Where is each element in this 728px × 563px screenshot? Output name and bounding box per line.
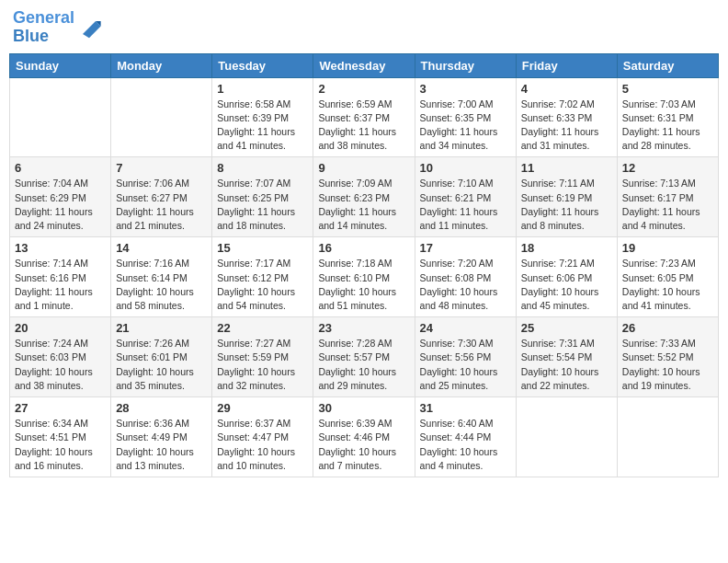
calendar-week-row: 27Sunrise: 6:34 AM Sunset: 4:51 PM Dayli… — [10, 397, 719, 477]
day-number: 30 — [318, 401, 409, 415]
day-info: Sunrise: 7:26 AM Sunset: 6:01 PM Dayligh… — [116, 337, 207, 393]
day-info: Sunrise: 7:21 AM Sunset: 6:06 PM Dayligh… — [521, 257, 612, 313]
calendar-cell: 13Sunrise: 7:14 AM Sunset: 6:16 PM Dayli… — [10, 237, 111, 317]
day-number: 19 — [622, 241, 713, 255]
day-number: 26 — [622, 321, 713, 335]
day-info: Sunrise: 7:28 AM Sunset: 5:57 PM Dayligh… — [318, 337, 409, 393]
calendar-week-row: 20Sunrise: 7:24 AM Sunset: 6:03 PM Dayli… — [10, 317, 719, 397]
day-header-monday: Monday — [111, 53, 212, 77]
calendar-cell: 8Sunrise: 7:07 AM Sunset: 6:25 PM Daylig… — [212, 157, 313, 237]
day-info: Sunrise: 7:14 AM Sunset: 6:16 PM Dayligh… — [15, 257, 106, 313]
calendar-cell: 27Sunrise: 6:34 AM Sunset: 4:51 PM Dayli… — [10, 397, 111, 477]
calendar-cell: 15Sunrise: 7:17 AM Sunset: 6:12 PM Dayli… — [212, 237, 313, 317]
calendar-table: SundayMondayTuesdayWednesdayThursdayFrid… — [9, 53, 719, 477]
day-number: 10 — [420, 161, 511, 175]
calendar-cell: 7Sunrise: 7:06 AM Sunset: 6:27 PM Daylig… — [111, 157, 212, 237]
day-header-friday: Friday — [516, 53, 617, 77]
day-number: 5 — [622, 82, 713, 96]
day-number: 12 — [622, 161, 713, 175]
day-info: Sunrise: 7:09 AM Sunset: 6:23 PM Dayligh… — [318, 177, 409, 233]
day-info: Sunrise: 7:23 AM Sunset: 6:05 PM Dayligh… — [622, 257, 713, 313]
day-number: 11 — [521, 161, 612, 175]
calendar-cell: 10Sunrise: 7:10 AM Sunset: 6:21 PM Dayli… — [415, 157, 516, 237]
day-number: 6 — [15, 161, 106, 175]
day-info: Sunrise: 7:03 AM Sunset: 6:31 PM Dayligh… — [622, 98, 713, 154]
day-info: Sunrise: 6:36 AM Sunset: 4:49 PM Dayligh… — [116, 417, 207, 473]
calendar-cell: 18Sunrise: 7:21 AM Sunset: 6:06 PM Dayli… — [516, 237, 617, 317]
calendar-cell: 11Sunrise: 7:11 AM Sunset: 6:19 PM Dayli… — [516, 157, 617, 237]
calendar-week-row: 6Sunrise: 7:04 AM Sunset: 6:29 PM Daylig… — [10, 157, 719, 237]
calendar-cell: 1Sunrise: 6:58 AM Sunset: 6:39 PM Daylig… — [212, 77, 313, 157]
day-number: 8 — [217, 161, 308, 175]
day-header-wednesday: Wednesday — [313, 53, 415, 77]
day-info: Sunrise: 7:30 AM Sunset: 5:56 PM Dayligh… — [420, 337, 511, 393]
day-header-thursday: Thursday — [415, 53, 516, 77]
day-info: Sunrise: 7:31 AM Sunset: 5:54 PM Dayligh… — [521, 337, 612, 393]
calendar-cell: 21Sunrise: 7:26 AM Sunset: 6:01 PM Dayli… — [111, 317, 212, 397]
calendar-cell: 28Sunrise: 6:36 AM Sunset: 4:49 PM Dayli… — [111, 397, 212, 477]
day-number: 16 — [318, 241, 409, 255]
day-info: Sunrise: 6:34 AM Sunset: 4:51 PM Dayligh… — [15, 417, 106, 473]
day-number: 14 — [116, 241, 207, 255]
day-header-sunday: Sunday — [10, 53, 111, 77]
day-info: Sunrise: 7:27 AM Sunset: 5:59 PM Dayligh… — [217, 337, 308, 393]
day-number: 31 — [420, 401, 511, 415]
day-info: Sunrise: 7:04 AM Sunset: 6:29 PM Dayligh… — [15, 177, 106, 233]
calendar-cell: 5Sunrise: 7:03 AM Sunset: 6:31 PM Daylig… — [617, 77, 718, 157]
logo-icon — [76, 15, 102, 40]
calendar-cell: 22Sunrise: 7:27 AM Sunset: 5:59 PM Dayli… — [212, 317, 313, 397]
calendar-cell: 14Sunrise: 7:16 AM Sunset: 6:14 PM Dayli… — [111, 237, 212, 317]
day-header-tuesday: Tuesday — [212, 53, 313, 77]
day-number: 29 — [217, 401, 308, 415]
day-info: Sunrise: 7:17 AM Sunset: 6:12 PM Dayligh… — [217, 257, 308, 313]
day-info: Sunrise: 7:06 AM Sunset: 6:27 PM Dayligh… — [116, 177, 207, 233]
calendar-cell: 9Sunrise: 7:09 AM Sunset: 6:23 PM Daylig… — [313, 157, 415, 237]
calendar-cell — [516, 397, 617, 477]
calendar-cell: 20Sunrise: 7:24 AM Sunset: 6:03 PM Dayli… — [10, 317, 111, 397]
svg-marker-0 — [83, 21, 101, 38]
calendar-header-row: SundayMondayTuesdayWednesdayThursdayFrid… — [10, 53, 719, 77]
day-number: 2 — [318, 82, 409, 96]
calendar-cell — [617, 397, 718, 477]
calendar-cell: 19Sunrise: 7:23 AM Sunset: 6:05 PM Dayli… — [617, 237, 718, 317]
day-info: Sunrise: 7:33 AM Sunset: 5:52 PM Dayligh… — [622, 337, 713, 393]
logo: General Blue — [13, 9, 102, 46]
day-info: Sunrise: 7:20 AM Sunset: 6:08 PM Dayligh… — [420, 257, 511, 313]
calendar-cell: 6Sunrise: 7:04 AM Sunset: 6:29 PM Daylig… — [10, 157, 111, 237]
day-number: 9 — [318, 161, 409, 175]
day-info: Sunrise: 7:10 AM Sunset: 6:21 PM Dayligh… — [420, 177, 511, 233]
day-info: Sunrise: 6:59 AM Sunset: 6:37 PM Dayligh… — [318, 98, 409, 154]
day-number: 7 — [116, 161, 207, 175]
calendar-week-row: 13Sunrise: 7:14 AM Sunset: 6:16 PM Dayli… — [10, 237, 719, 317]
day-number: 22 — [217, 321, 308, 335]
day-number: 4 — [521, 82, 612, 96]
day-info: Sunrise: 7:11 AM Sunset: 6:19 PM Dayligh… — [521, 177, 612, 233]
calendar-cell: 17Sunrise: 7:20 AM Sunset: 6:08 PM Dayli… — [415, 237, 516, 317]
calendar-cell: 31Sunrise: 6:40 AM Sunset: 4:44 PM Dayli… — [415, 397, 516, 477]
calendar-cell: 25Sunrise: 7:31 AM Sunset: 5:54 PM Dayli… — [516, 317, 617, 397]
calendar-cell — [10, 77, 111, 157]
day-info: Sunrise: 7:02 AM Sunset: 6:33 PM Dayligh… — [521, 98, 612, 154]
day-header-saturday: Saturday — [617, 53, 718, 77]
day-info: Sunrise: 6:37 AM Sunset: 4:47 PM Dayligh… — [217, 417, 308, 473]
calendar-cell: 2Sunrise: 6:59 AM Sunset: 6:37 PM Daylig… — [313, 77, 415, 157]
day-number: 23 — [318, 321, 409, 335]
day-number: 21 — [116, 321, 207, 335]
day-number: 24 — [420, 321, 511, 335]
calendar-cell: 26Sunrise: 7:33 AM Sunset: 5:52 PM Dayli… — [617, 317, 718, 397]
day-number: 3 — [420, 82, 511, 96]
day-number: 13 — [15, 241, 106, 255]
day-number: 20 — [15, 321, 106, 335]
day-info: Sunrise: 7:00 AM Sunset: 6:35 PM Dayligh… — [420, 98, 511, 154]
calendar-cell: 24Sunrise: 7:30 AM Sunset: 5:56 PM Dayli… — [415, 317, 516, 397]
calendar-cell: 4Sunrise: 7:02 AM Sunset: 6:33 PM Daylig… — [516, 77, 617, 157]
calendar-cell: 29Sunrise: 6:37 AM Sunset: 4:47 PM Dayli… — [212, 397, 313, 477]
day-number: 1 — [217, 82, 308, 96]
page-header: General Blue — [9, 9, 719, 46]
calendar-cell — [111, 77, 212, 157]
calendar-week-row: 1Sunrise: 6:58 AM Sunset: 6:39 PM Daylig… — [10, 77, 719, 157]
day-info: Sunrise: 7:18 AM Sunset: 6:10 PM Dayligh… — [318, 257, 409, 313]
day-info: Sunrise: 7:16 AM Sunset: 6:14 PM Dayligh… — [116, 257, 207, 313]
calendar-cell: 3Sunrise: 7:00 AM Sunset: 6:35 PM Daylig… — [415, 77, 516, 157]
day-number: 25 — [521, 321, 612, 335]
